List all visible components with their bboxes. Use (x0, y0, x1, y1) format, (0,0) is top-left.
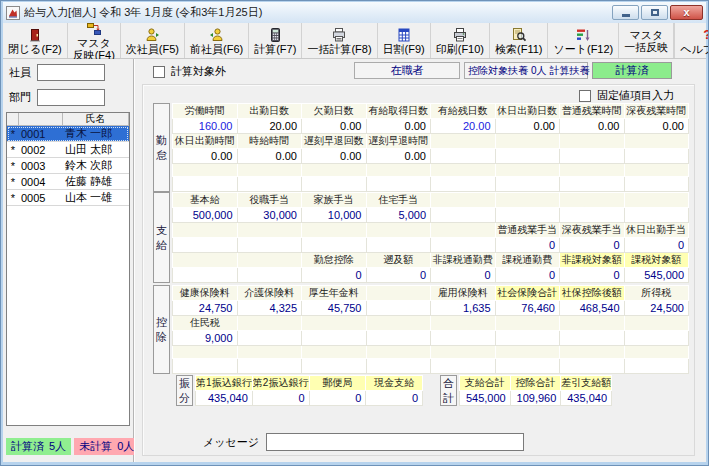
field-value[interactable]: 76,460 (495, 301, 560, 316)
field-value[interactable]: 45,750 (302, 301, 367, 316)
field-value[interactable]: 0.00 (495, 119, 560, 134)
field-value[interactable]: 0 (495, 268, 560, 283)
field-value[interactable]: 0 (252, 391, 309, 406)
field-value[interactable]: 0.00 (366, 149, 431, 164)
employee-row[interactable]: *0003鈴木 次郎 (7, 158, 129, 174)
close-button[interactable]: x (670, 5, 703, 20)
field-value[interactable]: 160.00 (173, 119, 238, 134)
employee-row[interactable]: *0001青木 一郎 (7, 126, 129, 142)
toolbar-button-close[interactable]: 閉じる(F2) (3, 23, 68, 58)
field-value[interactable]: 0 (366, 391, 423, 406)
field-value[interactable] (237, 238, 302, 253)
field-value[interactable] (173, 359, 238, 374)
field-value[interactable] (173, 177, 238, 192)
toolbar-button-master-reflect[interactable]: マスタ反映(F4) (68, 23, 121, 58)
toolbar-button-batch-calculate[interactable]: 一括計算(F8) (302, 23, 377, 58)
field-value[interactable] (560, 331, 625, 346)
field-value[interactable]: 10,000 (302, 208, 367, 223)
field-value[interactable]: 435,040 (561, 391, 612, 406)
field-value[interactable] (560, 149, 625, 164)
field-value[interactable]: 0 (431, 268, 496, 283)
field-value[interactable]: 24,500 (624, 301, 689, 316)
toolbar-button-print[interactable]: 印刷(F10) (431, 23, 490, 58)
department-input[interactable] (37, 89, 105, 106)
field-value[interactable] (495, 149, 560, 164)
field-value[interactable]: 0.00 (237, 149, 302, 164)
field-value[interactable]: 0.00 (302, 149, 367, 164)
toolbar-button-calculate[interactable]: 計算(F7) (249, 23, 302, 58)
field-value[interactable]: 0.00 (302, 119, 367, 134)
field-value[interactable]: 109,960 (510, 391, 561, 406)
field-value[interactable] (302, 177, 367, 192)
field-value[interactable]: 5,000 (366, 208, 431, 223)
field-value[interactable]: 468,540 (560, 301, 625, 316)
field-value[interactable] (560, 359, 625, 374)
field-value[interactable] (366, 177, 431, 192)
toolbar-button-sort[interactable]: ソート(F12) (548, 23, 619, 58)
toolbar-button-search[interactable]: 検索(F11) (490, 23, 548, 58)
field-value[interactable] (495, 177, 560, 192)
field-value[interactable]: 500,000 (173, 208, 238, 223)
employee-row[interactable]: *0005山本 一雄 (7, 190, 129, 206)
toolbar-button-daily-proration[interactable]: 日割(F9) (378, 23, 431, 58)
field-value[interactable] (302, 238, 367, 253)
message-input[interactable] (266, 433, 524, 451)
field-value[interactable] (366, 301, 431, 316)
field-value[interactable] (431, 208, 496, 223)
field-value[interactable]: 0 (302, 268, 367, 283)
field-value[interactable]: 0 (560, 238, 625, 253)
field-value[interactable] (495, 359, 560, 374)
field-value[interactable]: 1,635 (431, 301, 496, 316)
field-value[interactable] (302, 331, 367, 346)
toolbar-button-prev-employee[interactable]: 前社員(F6) (185, 23, 249, 58)
employee-row[interactable]: *0004佐藤 静雄 (7, 174, 129, 190)
field-value[interactable]: 9,000 (173, 331, 238, 346)
field-value[interactable] (624, 359, 689, 374)
field-value[interactable] (560, 208, 625, 223)
field-value[interactable]: 20.00 (237, 119, 302, 134)
toolbar-button-master-batch-reflect[interactable]: マスタ一括反映 (619, 23, 674, 58)
field-value[interactable]: 4,325 (237, 301, 302, 316)
field-value[interactable]: 20.00 (431, 119, 496, 134)
exclude-checkbox[interactable] (153, 66, 165, 78)
field-value[interactable] (431, 177, 496, 192)
field-value[interactable] (624, 177, 689, 192)
field-value[interactable] (560, 177, 625, 192)
field-value[interactable]: 545,000 (460, 391, 511, 406)
field-value[interactable] (366, 359, 431, 374)
field-value[interactable]: 24,750 (173, 301, 238, 316)
field-value[interactable]: 0 (366, 268, 431, 283)
field-value[interactable]: 0.00 (624, 119, 689, 134)
toolbar-button-help[interactable]: ?ヘルプ(F1) (674, 23, 709, 58)
fixed-value-checkbox[interactable] (579, 90, 591, 102)
field-value[interactable]: 545,000 (624, 268, 689, 283)
field-value[interactable]: 0.00 (560, 119, 625, 134)
maximize-button[interactable] (641, 5, 668, 20)
field-value[interactable] (366, 238, 431, 253)
field-value[interactable]: 0 (624, 238, 689, 253)
field-value[interactable]: 30,000 (237, 208, 302, 223)
field-value[interactable] (624, 149, 689, 164)
field-value[interactable] (495, 331, 560, 346)
field-value[interactable] (495, 208, 560, 223)
toolbar-button-next-employee[interactable]: 次社員(F5) (121, 23, 185, 58)
field-value[interactable] (366, 331, 431, 346)
field-value[interactable]: 0.00 (173, 149, 238, 164)
field-value[interactable] (431, 359, 496, 374)
employee-row[interactable]: *0002山田 太郎 (7, 142, 129, 158)
field-value[interactable] (431, 331, 496, 346)
field-value[interactable]: 0 (560, 268, 625, 283)
field-value[interactable] (431, 149, 496, 164)
field-value[interactable] (431, 238, 496, 253)
minimize-button[interactable] (612, 5, 639, 20)
field-value[interactable] (173, 238, 238, 253)
field-value[interactable] (173, 268, 238, 283)
field-value[interactable] (302, 359, 367, 374)
field-value[interactable] (624, 331, 689, 346)
employee-input[interactable] (37, 64, 105, 81)
field-value[interactable]: 0 (495, 238, 560, 253)
field-value[interactable] (237, 268, 302, 283)
field-value[interactable]: 435,040 (196, 391, 253, 406)
field-value[interactable]: 0.00 (366, 119, 431, 134)
field-value[interactable] (237, 177, 302, 192)
